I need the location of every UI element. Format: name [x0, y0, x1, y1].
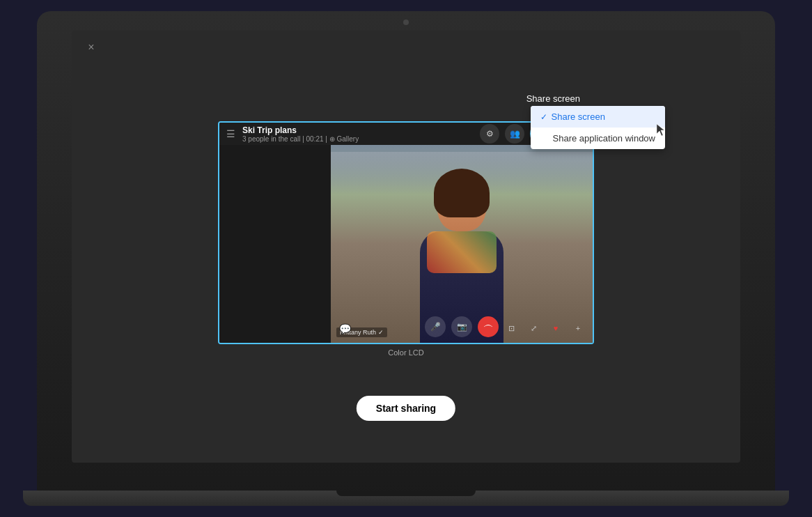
pip-button[interactable]: ⊡ [502, 319, 520, 337]
laptop-base-notch [336, 491, 476, 496]
share-dropdown: ✓ Share screen Share application window [531, 106, 665, 149]
close-button[interactable]: × [84, 40, 98, 54]
heart-button[interactable]: ♥ [547, 319, 565, 337]
skype-left-sidebar [219, 145, 331, 343]
call-controls: 🎤 📷 [425, 316, 499, 337]
more-button[interactable]: + [569, 319, 587, 337]
dropdown-item-share-app-window[interactable]: Share application window [531, 128, 665, 149]
dropdown-item-share-screen[interactable]: ✓ Share screen [531, 106, 665, 128]
start-sharing-button[interactable]: Start sharing [357, 396, 455, 421]
window-label: Color LCD [218, 348, 594, 357]
person-scarf [427, 231, 497, 273]
skype-main-video: Brittany Ruth ✓ 💬 🎤 📷 [331, 145, 593, 343]
video-button[interactable]: 📷 [451, 316, 472, 337]
video-background: Brittany Ruth ✓ [331, 145, 593, 343]
expand-button[interactable]: ⤢ [524, 319, 542, 337]
skype-window: ☰ Ski Trip plans 3 people in the call | … [218, 121, 594, 344]
laptop-base [23, 491, 789, 506]
participants-icon-btn[interactable]: 👥 [505, 124, 524, 144]
settings-icon-btn[interactable]: ⚙ [480, 124, 499, 144]
chat-icon[interactable]: 💬 [339, 323, 351, 334]
person-hair [434, 169, 490, 217]
check-icon: ✓ [540, 112, 547, 122]
skype-right-controls: ⊡ ⤢ ♥ + [502, 319, 587, 337]
skype-call-subtitle: 3 people in the call | 00:21 | ⊕ Gallery [242, 135, 359, 143]
menu-icon: ☰ [226, 128, 235, 139]
mute-button[interactable]: 🎤 [425, 316, 446, 337]
laptop-outer: × Share screen ✓ Share screen Share appl… [37, 11, 775, 506]
skype-call-title: Ski Trip plans [242, 125, 359, 135]
skype-title-area: Ski Trip plans 3 people in the call | 00… [242, 125, 359, 143]
laptop-screen: × Share screen ✓ Share screen Share appl… [72, 31, 740, 463]
share-screen-label: Share screen [526, 93, 580, 104]
laptop-camera [403, 20, 409, 25]
end-call-button[interactable] [478, 316, 499, 337]
person-head [437, 176, 486, 231]
skype-window-wrapper: ☰ Ski Trip plans 3 people in the call | … [218, 121, 594, 357]
skype-content: Brittany Ruth ✓ 💬 🎤 📷 [219, 145, 593, 343]
